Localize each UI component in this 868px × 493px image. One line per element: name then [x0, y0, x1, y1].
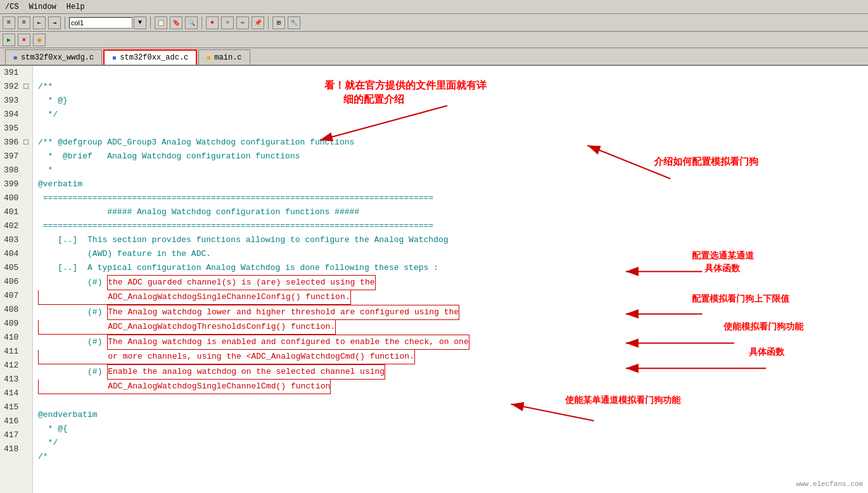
tab-icon-adc: ◼ [112, 54, 116, 61]
clipboard-btn[interactable]: 📌 [252, 16, 264, 29]
ann7-text: 使能模拟看门狗功能 [724, 319, 803, 333]
code-line-418: /* [38, 450, 863, 464]
code-line-410: (#) The Analog watchdog is enabled and c… [38, 335, 863, 350]
ln-397: 397 [4, 150, 29, 163]
record-btn[interactable]: ● [206, 16, 219, 29]
ln-402: 402 [4, 219, 29, 233]
code-line-399: @verbatim [38, 177, 863, 191]
tab-label-main: main.c [214, 53, 241, 62]
ln-392: 392 □ [4, 80, 29, 94]
code-line-400: ========================================… [38, 191, 863, 205]
highlighted-407: ADC_AnalogWatchdogSingleChannelConfig() … [38, 290, 350, 305]
grid-btn[interactable]: ⊞ [272, 16, 285, 29]
ann6-text: 配置模拟看门狗上下限值 [692, 291, 789, 305]
sep1 [65, 16, 65, 29]
ann8-text: 具体函数 [749, 345, 784, 359]
highlighted-409: ADC_AnalogWatchdogThresholdsConfig() fun… [38, 320, 336, 335]
toolbar2: ▶ ✖ ◉ [0, 32, 868, 48]
menu-bar: /CS Window Help [0, 0, 868, 14]
green-arrow-btn[interactable]: ▶ [3, 34, 15, 46]
ln-410: 410 [4, 331, 29, 345]
code-line-406: (#) the ADC guarded channel(s) is (are) … [38, 275, 863, 290]
code-line-396: /** @defgroup ADC_Group3 Analog Watchdog… [38, 136, 863, 150]
highlighted-406-407: the ADC guarded channel(s) is (are) sele… [107, 275, 375, 290]
ann4-text: 配置选通某通道 [692, 248, 754, 262]
code-line-403: [..] This section provides functions all… [38, 233, 863, 247]
ln-415: 415 [4, 400, 29, 414]
ln-404: 404 [4, 247, 29, 261]
highlighted-412-413: Enable the analog watchdog on the select… [107, 364, 385, 380]
ln-414: 414 [4, 387, 29, 400]
code-line-391 [38, 66, 863, 80]
menu-item-cs[interactable]: /CS [5, 3, 19, 11]
nav1-btn[interactable]: 📋 [155, 16, 167, 29]
tabs-bar: ◼ stm32f0xx_wwdg.c ◼ stm32f0xx_adc.c ◼ m… [0, 48, 868, 66]
indent1-btn[interactable]: ≡ [3, 16, 15, 29]
menu-item-help[interactable]: Help [67, 3, 85, 11]
indent3-btn[interactable]: ⇤ [33, 16, 46, 29]
indent4-btn[interactable]: ⇥ [48, 16, 61, 29]
highlighted-411: or more channels, using the <ADC_AnalogW… [38, 350, 415, 364]
settings-btn[interactable]: 🔧 [288, 16, 300, 29]
ln-418: 418 [4, 442, 29, 456]
circle-btn[interactable]: ○ [221, 16, 234, 29]
yellow-circle-btn[interactable]: ◉ [33, 34, 46, 46]
main-content: 391 392 □ 393 394 395 396 □ 397 398 399 … [0, 66, 868, 493]
ln-391: 391 [4, 66, 29, 80]
ln-399: 399 [4, 177, 29, 191]
ln-395: 395 [4, 122, 29, 136]
col-input[interactable] [69, 17, 132, 29]
code-line-393: * @} [38, 94, 863, 108]
ln-413: 413 [4, 373, 29, 387]
ann2-text: 细的配置介绍 [343, 93, 404, 106]
code-line-417: */ [38, 436, 863, 450]
ann3-text: 介绍如何配置模拟看门狗 [654, 155, 758, 169]
ln-411: 411 [4, 345, 29, 359]
ann1-text: 看！就在官方提供的文件里面就有详 [324, 79, 487, 93]
code-area: /** * @} */ /** @defgroup ADC_Group3 Ana… [33, 66, 868, 493]
nav2-btn[interactable]: 🔖 [170, 16, 182, 29]
ln-416: 416 [4, 414, 29, 428]
code-line-395 [38, 122, 863, 136]
ln-412: 412 [4, 359, 29, 373]
ln-396: 396 □ [4, 136, 29, 150]
ln-409: 409 [4, 317, 29, 331]
ln-406: 406 [4, 275, 29, 289]
ln-394: 394 [4, 108, 29, 122]
highlighted-410-411: The Analog watchdog is enabled and confi… [107, 335, 469, 350]
indent2-btn[interactable]: ≡ [18, 16, 30, 29]
highlighted-408-409: The Analog watchdog lower and higher thr… [107, 305, 459, 320]
code-line-402: ========================================… [38, 219, 863, 233]
tab-icon-wwdg: ◼ [13, 54, 17, 61]
col-dropdown-btn[interactable]: ▼ [134, 16, 146, 29]
code-line-415: @endverbatim [38, 408, 863, 422]
ln-417: 417 [4, 428, 29, 442]
ln-400: 400 [4, 191, 29, 205]
code-line-412: (#) Enable the analog watchdog on the se… [38, 364, 863, 380]
ln-407: 407 [4, 289, 29, 303]
code-line-413: ADC_AnalogWatchdogSingleChannelCmd() fun… [38, 380, 863, 394]
tab-label-adc: stm32f0xx_adc.c [120, 53, 188, 62]
ln-401: 401 [4, 205, 29, 219]
ann5-text: 具体函数 [705, 261, 740, 275]
code-line-414 [38, 394, 863, 408]
tab-wwdg[interactable]: ◼ stm32f0xx_wwdg.c [5, 49, 102, 65]
scissors-btn[interactable]: ✂ [236, 16, 249, 29]
tab-main[interactable]: ◼ main.c [198, 49, 250, 65]
sep3 [201, 16, 202, 29]
ann9-text: 使能某单通道模拟看门狗功能 [565, 393, 680, 407]
tab-adc[interactable]: ◼ stm32f0xx_adc.c [103, 49, 197, 65]
code-line-394: */ [38, 108, 863, 122]
search-btn[interactable]: 🔍 [185, 16, 198, 29]
menu-item-window[interactable]: Window [29, 3, 56, 11]
code-line-416: * @{ [38, 422, 863, 436]
code-line-411: or more channels, using the <ADC_AnalogW… [38, 350, 863, 364]
code-line-408: (#) The Analog watchdog lower and higher… [38, 305, 863, 320]
ln-408: 408 [4, 303, 29, 317]
ln-393: 393 [4, 94, 29, 108]
ln-403: 403 [4, 233, 29, 247]
line-numbers: 391 392 □ 393 394 395 396 □ 397 398 399 … [0, 66, 33, 493]
toolbar1: ≡ ≡ ⇤ ⇥ ▼ 📋 🔖 🔍 ● ○ ✂ 📌 ⊞ 🔧 [0, 14, 868, 32]
red-x-btn[interactable]: ✖ [18, 34, 30, 46]
watermark: www.elecfans.com [796, 480, 863, 488]
